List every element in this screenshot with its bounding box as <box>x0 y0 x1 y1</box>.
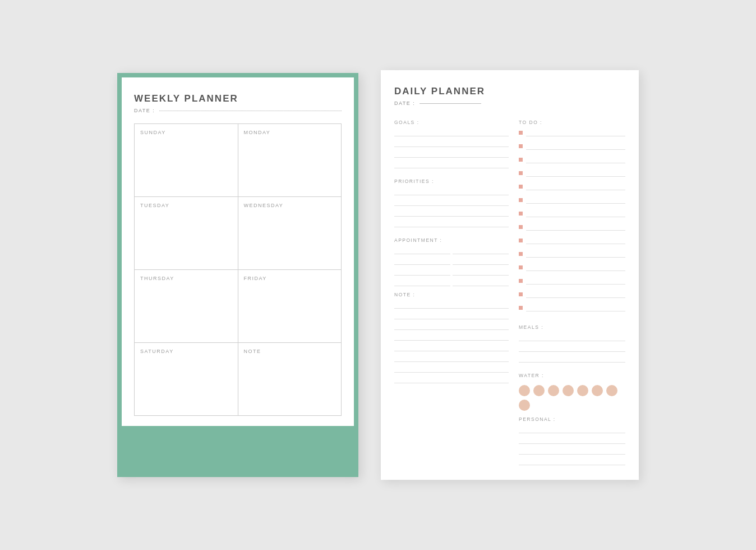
goals-lines <box>394 129 509 168</box>
note-line-3[interactable] <box>394 322 509 330</box>
todo-item-1[interactable] <box>519 129 625 136</box>
water-circle-7[interactable] <box>606 385 617 396</box>
todo-item-3[interactable] <box>519 155 625 163</box>
todo-item-2[interactable] <box>519 142 625 150</box>
todo-item-12[interactable] <box>519 277 625 285</box>
daily-planner: DAILY PLANNER DATE : GOALS : PRIORITIES … <box>381 70 639 480</box>
appt-line-5[interactable] <box>453 246 509 254</box>
todo-label: TO DO : <box>519 120 625 125</box>
todo-item-4[interactable] <box>519 169 625 177</box>
weekly-planner-wrapper: WEEKLY PLANNER DATE : SUNDAY MONDAY TUES… <box>117 73 358 477</box>
priorities-label: PRIORITIES : <box>394 178 509 184</box>
water-circle-4[interactable] <box>563 385 574 396</box>
note-line-6[interactable] <box>394 354 509 362</box>
todo-item-14[interactable] <box>519 304 625 311</box>
appointment-grid <box>394 246 509 286</box>
water-circle-2[interactable] <box>533 385 545 396</box>
todo-square-1 <box>519 131 523 135</box>
appt-line-3[interactable] <box>394 268 450 276</box>
water-circle-5[interactable] <box>577 385 588 396</box>
appointment-col-2 <box>453 246 509 286</box>
todo-item-9[interactable] <box>519 236 625 244</box>
weekly-date-label: DATE : <box>134 108 155 113</box>
todo-square-6 <box>519 198 523 202</box>
meals-line-3[interactable] <box>519 355 625 363</box>
todo-item-6[interactable] <box>519 196 625 204</box>
water-circle-3[interactable] <box>548 385 559 396</box>
todo-square-14 <box>519 306 523 310</box>
note-lines <box>394 301 509 383</box>
todo-item-8[interactable] <box>519 223 625 231</box>
weekly-cell-tuesday[interactable]: TUESDAY <box>135 197 238 270</box>
appt-line-1[interactable] <box>394 246 450 254</box>
personal-label: PERSONAL : <box>519 416 625 422</box>
weekly-cell-sunday[interactable]: SUNDAY <box>135 124 238 197</box>
todo-square-4 <box>519 171 523 175</box>
todo-item-7[interactable] <box>519 209 625 217</box>
water-circle-8[interactable] <box>519 400 530 411</box>
weekly-date-dots <box>159 111 342 111</box>
weekly-grid: SUNDAY MONDAY TUESDAY WEDNESDAY THURSDAY… <box>134 123 342 416</box>
todo-line-1 <box>526 129 625 136</box>
todo-line-8 <box>526 223 625 231</box>
todo-line-13 <box>526 290 625 298</box>
note-line-2[interactable] <box>394 311 509 319</box>
priorities-line-1[interactable] <box>394 187 509 195</box>
personal-line-4[interactable] <box>519 457 625 465</box>
goals-line-2[interactable] <box>394 139 509 147</box>
appt-line-8[interactable] <box>453 278 509 286</box>
weekly-cell-wednesday[interactable]: WEDNESDAY <box>238 197 342 270</box>
todo-square-9 <box>519 239 523 242</box>
goals-line-4[interactable] <box>394 161 509 168</box>
note-label: NOTE : <box>394 292 509 297</box>
priorities-line-2[interactable] <box>394 198 509 206</box>
weekly-cell-thursday[interactable]: THURSDAY <box>135 270 238 343</box>
weekly-cell-note[interactable]: NOTE <box>238 343 342 416</box>
todo-line-7 <box>526 209 625 217</box>
water-circle-1[interactable] <box>519 385 530 396</box>
appt-line-2[interactable] <box>394 257 450 265</box>
todo-line-3 <box>526 155 625 163</box>
todo-line-4 <box>526 169 625 177</box>
meals-label: MEALS : <box>519 324 625 330</box>
water-circle-6[interactable] <box>592 385 603 396</box>
weekly-label-sunday: SUNDAY <box>140 130 232 135</box>
weekly-planner: WEEKLY PLANNER DATE : SUNDAY MONDAY TUES… <box>122 77 354 426</box>
meals-lines <box>519 333 625 363</box>
appt-line-7[interactable] <box>453 268 509 276</box>
priorities-line-4[interactable] <box>394 219 509 227</box>
weekly-cell-monday[interactable]: MONDAY <box>238 124 342 197</box>
daily-main-content: GOALS : PRIORITIES : APPOINTMENT : <box>394 114 625 470</box>
note-line-4[interactable] <box>394 333 509 341</box>
appt-line-6[interactable] <box>453 257 509 265</box>
note-line-7[interactable] <box>394 365 509 373</box>
daily-date-underline <box>420 103 481 104</box>
weekly-cell-saturday[interactable]: SATURDAY <box>135 343 238 416</box>
goals-label: GOALS : <box>394 120 509 125</box>
appt-line-4[interactable] <box>394 278 450 286</box>
todo-item-5[interactable] <box>519 182 625 190</box>
weekly-label-saturday: SATURDAY <box>140 349 232 354</box>
weekly-cell-friday[interactable]: FRIDAY <box>238 270 342 343</box>
meals-line-1[interactable] <box>519 333 625 341</box>
personal-line-2[interactable] <box>519 436 625 444</box>
daily-date-label: DATE : <box>394 100 415 106</box>
todo-item-10[interactable] <box>519 250 625 258</box>
todo-item-11[interactable] <box>519 263 625 271</box>
personal-line-1[interactable] <box>519 425 625 433</box>
weekly-label-note: NOTE <box>244 349 336 354</box>
meals-line-2[interactable] <box>519 344 625 352</box>
todo-square-13 <box>519 292 523 296</box>
todo-item-13[interactable] <box>519 290 625 298</box>
todo-square-5 <box>519 185 523 189</box>
goals-line-3[interactable] <box>394 150 509 158</box>
note-line-1[interactable] <box>394 301 509 309</box>
goals-line-1[interactable] <box>394 129 509 136</box>
note-line-5[interactable] <box>394 343 509 351</box>
priorities-line-3[interactable] <box>394 209 509 217</box>
note-line-8[interactable] <box>394 375 509 383</box>
todo-square-12 <box>519 279 523 283</box>
todo-line-6 <box>526 196 625 204</box>
personal-line-3[interactable] <box>519 447 625 455</box>
todo-line-14 <box>526 304 625 311</box>
